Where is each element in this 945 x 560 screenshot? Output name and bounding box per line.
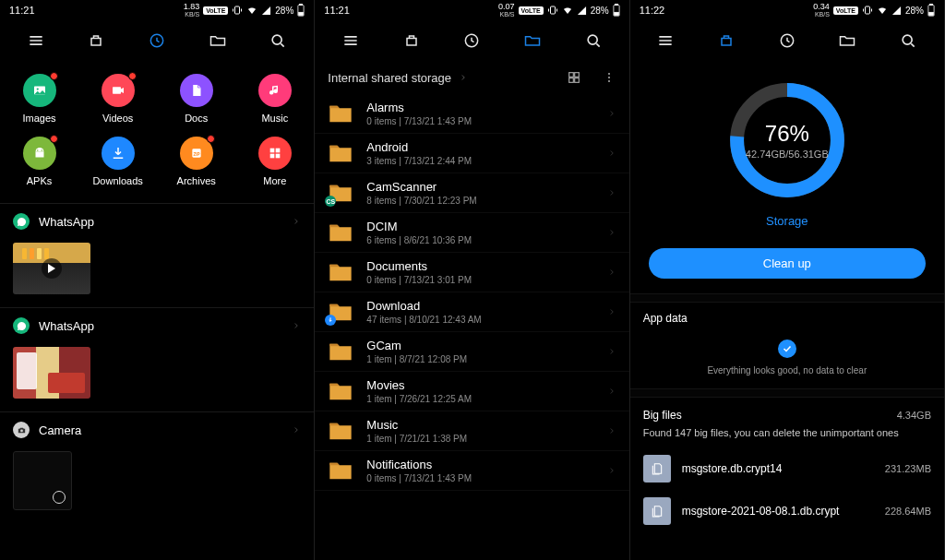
- clean-up-button[interactable]: Clean up: [649, 248, 926, 279]
- category-images[interactable]: Images: [0, 68, 78, 131]
- top-bar: [630, 20, 944, 61]
- big-file-row[interactable]: msgstore-2021-08-08.1.db.crypt228.64MB: [630, 490, 944, 532]
- folder-row[interactable]: CSCamScanner8 items | 7/30/21 12:23 PM: [315, 173, 628, 213]
- folder-row[interactable]: GCam1 item | 8/7/21 12:08 PM: [315, 332, 628, 372]
- search-icon[interactable]: [898, 30, 918, 51]
- folder-tab-icon[interactable]: [837, 30, 857, 51]
- whatsapp-icon: [13, 317, 30, 334]
- menu-icon[interactable]: [341, 30, 361, 51]
- folder-row[interactable]: Alarms0 items | 7/13/21 1:43 PM: [315, 94, 628, 134]
- svg-rect-19: [550, 6, 555, 14]
- menu-icon[interactable]: [26, 30, 46, 51]
- folder-icon: [328, 301, 353, 323]
- folder-name: Android: [366, 140, 593, 154]
- svg-rect-0: [235, 6, 240, 14]
- category-more[interactable]: More: [235, 131, 314, 194]
- folder-meta: 1 item | 7/21/21 1:38 PM: [366, 434, 593, 444]
- search-icon[interactable]: [583, 30, 604, 51]
- image-thumb[interactable]: [13, 451, 72, 510]
- folder-name: Movies: [366, 378, 593, 392]
- badge-dot: [50, 135, 58, 143]
- folder-row[interactable]: Documents0 items | 7/13/21 3:01 PM: [315, 253, 628, 292]
- folder-meta: 1 item | 7/26/21 12:25 AM: [366, 394, 593, 404]
- folder-row[interactable]: Music1 item | 7/21/21 1:38 PM: [315, 411, 628, 451]
- file-name: msgstore-2021-08-08.1.db.crypt: [682, 505, 874, 518]
- category-apks[interactable]: APKs: [0, 131, 78, 194]
- chevron-right-icon: [607, 347, 616, 356]
- category-grid: Images Videos Docs Music APKs Downloads …: [0, 61, 314, 203]
- file-icon: [643, 497, 671, 525]
- folder-row[interactable]: Notifications0 items | 7/13/21 1:43 PM: [315, 451, 628, 491]
- recent-tab-icon[interactable]: [777, 30, 797, 51]
- svg-rect-36: [929, 12, 934, 15]
- svg-rect-15: [275, 149, 280, 153]
- video-thumb[interactable]: [13, 243, 90, 294]
- folder-row[interactable]: Download47 items | 8/10/21 12:43 AM: [315, 292, 628, 332]
- image-thumb[interactable]: [13, 347, 90, 399]
- storage-chart: 76% 42.74GB/56.31GB Storage: [630, 61, 944, 243]
- folder-tab-icon[interactable]: [208, 30, 228, 51]
- category-docs[interactable]: Docs: [157, 68, 235, 131]
- pane-storage: 11:22 0.34KB/S VoLTE 28% 76% 42.74GB/56.…: [630, 0, 945, 560]
- source-header[interactable]: WhatsApp: [0, 204, 314, 239]
- svg-point-39: [903, 35, 912, 44]
- storage-tab-icon[interactable]: [86, 30, 106, 51]
- wifi-icon: [246, 5, 257, 16]
- category-music[interactable]: Music: [235, 68, 314, 131]
- badge-dot: [207, 135, 215, 143]
- chevron-right-icon: [607, 228, 616, 237]
- top-bar: [315, 20, 628, 61]
- storage-tab-icon[interactable]: [401, 30, 422, 51]
- battery-icon: [927, 4, 935, 17]
- volte-icon: VoLTE: [203, 6, 228, 15]
- menu-icon[interactable]: [655, 30, 676, 51]
- svg-rect-23: [407, 39, 416, 46]
- folder-icon: [328, 420, 353, 442]
- svg-rect-16: [269, 154, 274, 159]
- folder-row[interactable]: Android3 items | 7/13/21 2:44 PM: [315, 134, 628, 173]
- vibrate-icon: [862, 5, 873, 16]
- svg-rect-2: [300, 4, 303, 6]
- source-header[interactable]: Camera: [0, 412, 314, 447]
- folder-meta: 0 items | 7/13/21 1:43 PM: [366, 473, 593, 483]
- clock: 11:22: [640, 5, 665, 16]
- storage-tab-icon[interactable]: [716, 30, 736, 51]
- svg-point-25: [588, 35, 597, 44]
- category-downloads[interactable]: Downloads: [78, 131, 157, 194]
- chevron-right-icon: [459, 73, 468, 82]
- chevron-right-icon: [607, 466, 616, 475]
- storage-percent: 76%: [765, 121, 809, 147]
- folder-name: Music: [366, 418, 593, 432]
- folder-tab-icon[interactable]: [522, 30, 543, 51]
- category-videos[interactable]: Videos: [78, 68, 157, 131]
- svg-rect-35: [929, 4, 932, 6]
- svg-rect-28: [568, 78, 573, 83]
- recent-tab-icon[interactable]: [147, 30, 167, 51]
- recent-tab-icon[interactable]: [461, 30, 482, 51]
- wifi-icon: [562, 5, 573, 16]
- volte-icon: VoLTE: [519, 6, 544, 15]
- file-name: msgstore.db.crypt14: [682, 462, 874, 475]
- svg-point-30: [608, 73, 610, 75]
- folder-meta: 3 items | 7/13/21 2:44 PM: [366, 156, 593, 166]
- big-files-desc: Found 147 big files, you can delete the …: [630, 427, 944, 447]
- svg-rect-22: [614, 12, 618, 15]
- folder-name: Alarms: [366, 101, 593, 114]
- breadcrumb[interactable]: Internal shared storage: [315, 61, 628, 94]
- folder-row[interactable]: DCIM6 items | 8/6/21 10:36 PM: [315, 213, 628, 253]
- folder-meta: 47 items | 8/10/21 12:43 AM: [366, 315, 593, 325]
- search-icon[interactable]: [268, 30, 288, 51]
- clock: 11:21: [324, 5, 350, 16]
- category-archives[interactable]: ZIPArchives: [157, 131, 235, 194]
- battery-icon: [297, 4, 305, 17]
- svg-point-11: [41, 149, 42, 151]
- storage-link[interactable]: Storage: [766, 203, 808, 237]
- view-grid-icon[interactable]: [567, 70, 581, 85]
- source-header[interactable]: WhatsApp: [0, 308, 314, 343]
- more-vertical-icon[interactable]: [602, 70, 616, 85]
- big-file-row[interactable]: msgstore.db.crypt14231.23MB: [630, 447, 944, 490]
- folder-row[interactable]: Movies1 item | 7/26/21 12:25 AM: [315, 372, 628, 411]
- svg-rect-17: [275, 154, 280, 159]
- svg-rect-21: [615, 4, 617, 6]
- folder-name: Documents: [366, 259, 593, 273]
